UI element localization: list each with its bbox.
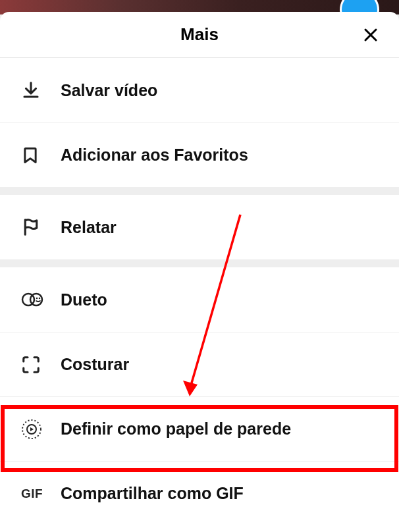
sheet-header: Mais — [0, 12, 399, 58]
sheet-title: Mais — [180, 24, 219, 45]
item-add-favorites[interactable]: Adicionar aos Favoritos — [0, 122, 399, 187]
item-stitch[interactable]: Costurar — [0, 332, 399, 396]
svg-point-2 — [36, 298, 38, 300]
svg-point-3 — [39, 298, 41, 300]
item-duet[interactable]: Dueto — [0, 267, 399, 332]
section-create: Dueto Costurar Definir como papel de par… — [0, 267, 399, 525]
item-share-gif[interactable]: GIF Compartilhar como GIF — [0, 461, 399, 525]
svg-point-1 — [30, 294, 42, 306]
item-label: Relatar — [61, 218, 117, 237]
item-save-video[interactable]: Salvar vídeo — [0, 58, 399, 122]
item-label: Salvar vídeo — [61, 81, 157, 100]
bookmark-icon — [21, 146, 61, 165]
close-icon — [363, 27, 379, 43]
section-save: Salvar vídeo Adicionar aos Favoritos — [0, 58, 399, 187]
more-options-sheet: Mais Salvar vídeo Adicionar aos Favorito… — [0, 12, 399, 532]
section-divider — [0, 259, 399, 267]
item-label: Compartilhar como GIF — [61, 484, 244, 503]
item-label: Costurar — [61, 355, 129, 374]
download-icon — [21, 80, 61, 100]
section-report: Relatar — [0, 195, 399, 259]
section-divider — [0, 187, 399, 195]
item-label: Dueto — [61, 290, 107, 309]
flag-icon — [21, 217, 61, 237]
gif-icon: GIF — [21, 487, 61, 501]
duet-icon — [21, 290, 61, 309]
stitch-icon — [21, 355, 61, 375]
item-label: Adicionar aos Favoritos — [61, 146, 248, 165]
close-button[interactable] — [361, 25, 381, 45]
item-set-wallpaper[interactable]: Definir como papel de parede — [0, 396, 399, 461]
item-label: Definir como papel de parede — [61, 419, 291, 439]
item-report[interactable]: Relatar — [0, 195, 399, 259]
live-wallpaper-icon — [21, 419, 61, 440]
